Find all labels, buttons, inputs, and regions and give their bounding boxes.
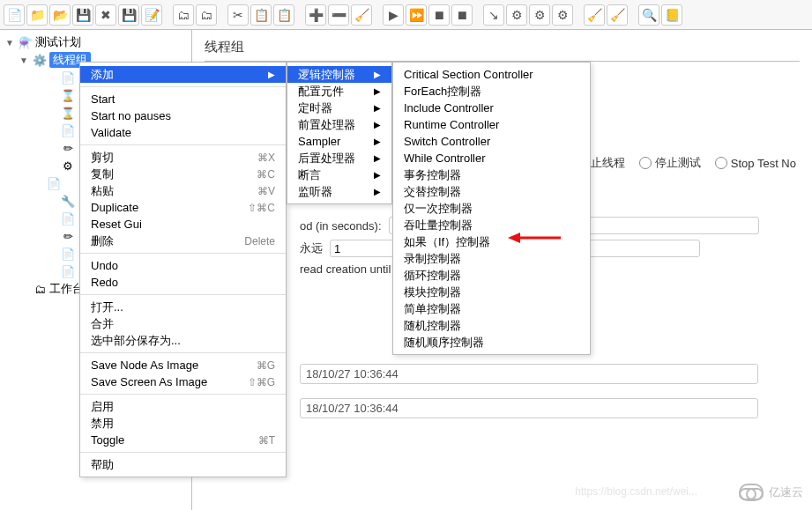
menu-item[interactable]: 简单控制器 bbox=[393, 300, 590, 317]
menu-item-label: Reset Gui bbox=[91, 218, 142, 231]
toolbar-button[interactable]: ⚙ bbox=[506, 4, 527, 26]
menu-item-label: Start bbox=[91, 92, 115, 106]
tree-root-label: 测试计划 bbox=[35, 34, 81, 50]
toolbar-button[interactable]: 🧹 bbox=[607, 4, 628, 26]
menu-item[interactable]: 后置处理器▶ bbox=[287, 150, 391, 166]
menu-item[interactable]: 逻辑控制器▶ bbox=[287, 66, 391, 83]
menu-item[interactable]: Start no pauses bbox=[80, 107, 286, 124]
menu-item[interactable]: Switch Controller bbox=[393, 133, 590, 150]
context-menu[interactable]: 添加▶StartStart no pausesValidate剪切⌘X复制⌘C粘… bbox=[79, 62, 287, 477]
toolbar-button[interactable]: 🗂 bbox=[173, 4, 194, 26]
menu-item[interactable]: 配置元件▶ bbox=[287, 83, 391, 100]
submenu-logic-controller[interactable]: Critical Section ControllerForEach控制器Inc… bbox=[392, 62, 591, 355]
menu-item[interactable]: Validate bbox=[80, 124, 286, 141]
menu-item[interactable]: Duplicate⇧⌘C bbox=[80, 199, 286, 216]
toolbar-button[interactable]: ⏹ bbox=[428, 4, 450, 26]
menu-item[interactable]: 打开... bbox=[80, 299, 286, 315]
menu-item[interactable]: Sampler▶ bbox=[287, 133, 391, 150]
menu-item-label: Toggle bbox=[91, 433, 124, 447]
toolbar-button[interactable]: 📂 bbox=[49, 4, 71, 26]
gear-icon: ⚙️ bbox=[32, 54, 48, 67]
toolbar-button[interactable]: ✖ bbox=[95, 4, 116, 26]
toolbar-button[interactable]: 🧹 bbox=[584, 4, 605, 26]
menu-item[interactable]: Runtime Controller bbox=[393, 116, 590, 133]
menu-item[interactable]: 交替控制器 bbox=[393, 183, 590, 200]
menu-item[interactable]: 帮助 bbox=[80, 456, 286, 473]
menu-item[interactable]: 选中部分保存为... bbox=[80, 332, 286, 349]
toolbar-button[interactable]: ✂ bbox=[227, 4, 249, 26]
menu-item-label: 逻辑控制器 bbox=[298, 67, 355, 83]
submenu-add[interactable]: 逻辑控制器▶配置元件▶定时器▶前置处理器▶Sampler▶后置处理器▶断言▶监听… bbox=[287, 62, 392, 204]
menu-item-label: 循环控制器 bbox=[404, 268, 461, 284]
menu-item-label: Redo bbox=[91, 276, 118, 289]
menu-item[interactable]: 随机控制器 bbox=[393, 317, 590, 334]
menu-item[interactable]: 监听器▶ bbox=[287, 183, 391, 200]
menu-item[interactable]: 剪切⌘X bbox=[80, 149, 286, 166]
tree-toggle-icon[interactable]: ▼ bbox=[19, 55, 30, 65]
menu-item[interactable]: Start bbox=[80, 91, 286, 107]
toolbar-button[interactable]: ⚙ bbox=[529, 4, 550, 26]
menu-item[interactable]: 前置处理器▶ bbox=[287, 116, 391, 133]
menu-item[interactable]: Critical Section Controller bbox=[393, 66, 590, 83]
menu-item[interactable]: 事务控制器 bbox=[393, 166, 590, 183]
menu-item[interactable]: 仅一次控制器 bbox=[393, 200, 590, 217]
toolbar-button[interactable]: ▶ bbox=[383, 4, 404, 26]
toolbar-button[interactable]: ⏹ bbox=[451, 4, 473, 26]
toolbar-button[interactable]: ↘ bbox=[483, 4, 504, 26]
menu-item[interactable]: Save Screen As Image⇧⌘G bbox=[80, 373, 286, 390]
toolbar-button[interactable]: ➖ bbox=[328, 4, 349, 26]
radio-option[interactable]: 停止测试 bbox=[639, 155, 701, 171]
toolbar-button[interactable]: 🔍 bbox=[638, 4, 659, 26]
toolbar-button[interactable]: 💾 bbox=[72, 4, 93, 26]
menu-item[interactable]: 合并 bbox=[80, 315, 286, 332]
menu-item[interactable]: 添加▶ bbox=[80, 66, 286, 83]
item-icon: 📄 bbox=[46, 177, 62, 190]
menu-item[interactable]: 粘贴⌘V bbox=[80, 182, 286, 199]
menu-item[interactable]: 复制⌘C bbox=[80, 166, 286, 182]
toolbar-button[interactable]: ⚙ bbox=[552, 4, 573, 26]
timestamp-1: 18/10/27 10:36:44 bbox=[300, 364, 758, 384]
menu-item-label: 如果（If）控制器 bbox=[404, 234, 490, 250]
menu-item[interactable]: Undo bbox=[80, 257, 286, 274]
toolbar-button[interactable]: 📝 bbox=[141, 4, 162, 26]
toolbar-button[interactable]: 💾 bbox=[118, 4, 139, 26]
menu-item[interactable]: 断言▶ bbox=[287, 166, 391, 183]
chevron-right-icon: ▶ bbox=[374, 120, 381, 129]
toolbar-button[interactable]: 📁 bbox=[26, 4, 48, 26]
toolbar-button[interactable]: 📋 bbox=[250, 4, 272, 26]
menu-item[interactable]: 定时器▶ bbox=[287, 100, 391, 116]
menu-item[interactable]: While Controller bbox=[393, 150, 590, 166]
menu-item[interactable]: Include Controller bbox=[393, 100, 590, 116]
menu-item-label: 选中部分保存为... bbox=[91, 333, 181, 349]
menu-item[interactable]: 模块控制器 bbox=[393, 284, 590, 300]
item-icon: 📄 bbox=[60, 265, 76, 278]
menu-item[interactable]: 随机顺序控制器 bbox=[393, 334, 590, 351]
chevron-right-icon: ▶ bbox=[374, 153, 381, 163]
radio-option[interactable]: Stop Test No bbox=[715, 157, 796, 170]
menu-item[interactable]: Save Node As Image⌘G bbox=[80, 357, 286, 373]
menu-item[interactable]: Toggle⌘T bbox=[80, 432, 286, 448]
toolbar-button[interactable]: ⏩ bbox=[406, 4, 427, 26]
timestamp-2: 18/10/27 10:36:44 bbox=[300, 398, 758, 418]
menu-item[interactable]: 启用 bbox=[80, 398, 286, 415]
toolbar-button[interactable]: 📒 bbox=[661, 4, 682, 26]
menu-item[interactable]: 禁用 bbox=[80, 415, 286, 432]
toolbar-button[interactable]: 📄 bbox=[4, 4, 25, 26]
menu-item[interactable]: Redo bbox=[80, 274, 286, 291]
item-icon: 📄 bbox=[60, 248, 76, 261]
toolbar-button[interactable]: 📋 bbox=[273, 4, 294, 26]
svg-marker-1 bbox=[508, 233, 520, 243]
menu-item-label: 剪切 bbox=[91, 150, 114, 166]
menu-item[interactable]: 删除Delete bbox=[80, 233, 286, 249]
menu-item[interactable]: 录制控制器 bbox=[393, 250, 590, 267]
menu-item[interactable]: ForEach控制器 bbox=[393, 83, 590, 100]
tree-toggle-icon[interactable]: ▼ bbox=[5, 38, 16, 48]
tree-root[interactable]: ▼ ⚗️ 测试计划 bbox=[0, 33, 191, 51]
annotation-arrow-icon bbox=[508, 231, 561, 245]
menu-item[interactable]: 循环控制器 bbox=[393, 267, 590, 284]
toolbar-button[interactable]: ➕ bbox=[305, 4, 326, 26]
toolbar-button[interactable]: 🗂 bbox=[196, 4, 217, 26]
menu-item[interactable]: Reset Gui bbox=[80, 216, 286, 233]
toolbar-button[interactable]: 🧹 bbox=[351, 4, 372, 26]
menu-item-label: 随机顺序控制器 bbox=[404, 335, 484, 351]
